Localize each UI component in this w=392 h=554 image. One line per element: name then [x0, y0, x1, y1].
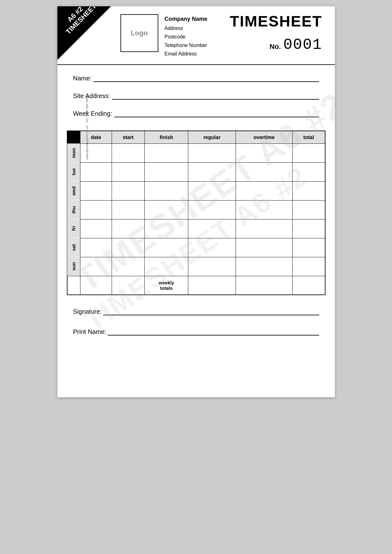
data-cell: [236, 257, 292, 276]
data-cell: [188, 162, 236, 181]
site-address-underline: [112, 92, 319, 100]
table-header-row: date start finish regular overtime total: [67, 131, 325, 143]
data-cell: [236, 219, 292, 238]
data-cell: [292, 181, 325, 200]
data-cell: [112, 181, 144, 200]
col-header-date: date: [80, 131, 112, 143]
email: Email Address: [165, 50, 224, 58]
day-cell-mon: mon: [67, 143, 80, 162]
data-cell: [80, 181, 112, 200]
number-value: 0001: [283, 36, 322, 53]
print-name-line: Print Name:: [73, 328, 319, 335]
signature-line: Signature:: [73, 308, 319, 315]
day-cell-thu: thu: [67, 200, 80, 219]
address: Address: [165, 24, 224, 32]
col-header-total: total: [292, 131, 325, 143]
data-cell: [112, 162, 144, 181]
data-cell: [188, 219, 236, 238]
data-cell: [292, 200, 325, 219]
day-cell-sun: sun: [67, 257, 80, 276]
side-contact-label: sales@smileyprint.co.uk · Tel: 0191 469 …: [85, 96, 88, 160]
data-cell: [144, 257, 188, 276]
data-cell: [144, 181, 188, 200]
logo-box: Logo: [120, 14, 158, 52]
data-cell: [292, 238, 325, 257]
form-section: Name: Site Address: Week Ending:: [57, 65, 335, 131]
weekly-totals-label: weeklytotals: [144, 276, 188, 295]
name-label: Name:: [73, 75, 92, 82]
number-label: No.: [270, 43, 281, 51]
data-cell: [236, 143, 292, 162]
totals-empty-date: [80, 276, 112, 295]
data-cell: [112, 257, 144, 276]
table-row: wed: [67, 181, 325, 200]
data-cell: [292, 219, 325, 238]
site-address-label: Site Address:: [73, 92, 110, 100]
company-info: Company Name Address Postcode Telephone …: [165, 13, 224, 58]
day-cell-wed: wed: [67, 181, 80, 200]
logo-label: Logo: [131, 29, 148, 37]
postcode: Postcode: [165, 32, 224, 41]
week-ending-line: Week Ending:: [73, 110, 319, 117]
timesheet-page: TIMESHEET A6 #2 TIMESHEET A6 #2 A6 #2 TI…: [57, 6, 335, 397]
data-cell: [112, 200, 144, 219]
col-header-regular: regular: [188, 131, 236, 143]
table-section: date start finish regular overtime total…: [57, 131, 335, 295]
header-right: TIMESHEET No. 0001: [224, 13, 322, 53]
col-header-empty: [67, 131, 80, 143]
totals-empty-start: [112, 276, 144, 295]
signature-underline: [103, 308, 319, 315]
print-name-underline: [108, 328, 319, 335]
name-line: Name:: [73, 74, 319, 82]
data-cell: [80, 143, 112, 162]
telephone: Telephone Number: [165, 41, 224, 50]
data-cell: [112, 238, 144, 257]
data-cell: [80, 200, 112, 219]
data-cell: [236, 200, 292, 219]
totals-data-cell: [292, 276, 325, 295]
data-cell: [80, 238, 112, 257]
data-cell: [80, 257, 112, 276]
data-cell: [292, 257, 325, 276]
col-header-overtime: overtime: [236, 131, 292, 143]
table-row: sat: [67, 238, 325, 257]
data-cell: [80, 219, 112, 238]
table-row: thu: [67, 200, 325, 219]
data-cell: [236, 238, 292, 257]
table-row: sun: [67, 257, 325, 276]
data-cell: [80, 162, 112, 181]
data-cell: [144, 219, 188, 238]
col-header-start: start: [112, 131, 144, 143]
data-cell: [292, 143, 325, 162]
table-row: tue: [67, 162, 325, 181]
table-row: fri: [67, 219, 325, 238]
data-cell: [144, 143, 188, 162]
data-cell: [188, 238, 236, 257]
data-cell: [144, 200, 188, 219]
day-cell-tue: tue: [67, 162, 80, 181]
data-cell: [112, 143, 144, 162]
data-cell: [292, 162, 325, 181]
name-underline: [93, 74, 319, 82]
data-cell: [236, 181, 292, 200]
data-cell: [188, 181, 236, 200]
data-cell: [144, 238, 188, 257]
totals-data-cell: [236, 276, 292, 295]
signature-section: Signature: Print Name:: [57, 295, 335, 354]
page-title: TIMESHEET: [230, 13, 322, 30]
totals-data-cell: [188, 276, 236, 295]
number-row: No. 0001: [230, 36, 322, 53]
week-ending-label: Week Ending:: [73, 110, 112, 117]
data-cell: [236, 162, 292, 181]
data-cell: [144, 162, 188, 181]
col-header-finish: finish: [144, 131, 188, 143]
data-cell: [188, 143, 236, 162]
weekly-totals-row: weeklytotals: [67, 276, 325, 295]
data-cell: [188, 257, 236, 276]
site-address-line: Site Address:: [73, 92, 319, 100]
day-cell-fri: fri: [67, 219, 80, 238]
data-cell: [112, 219, 144, 238]
week-ending-underline: [114, 110, 319, 117]
day-cell-sat: sat: [67, 238, 80, 257]
signature-label: Signature:: [73, 308, 102, 315]
